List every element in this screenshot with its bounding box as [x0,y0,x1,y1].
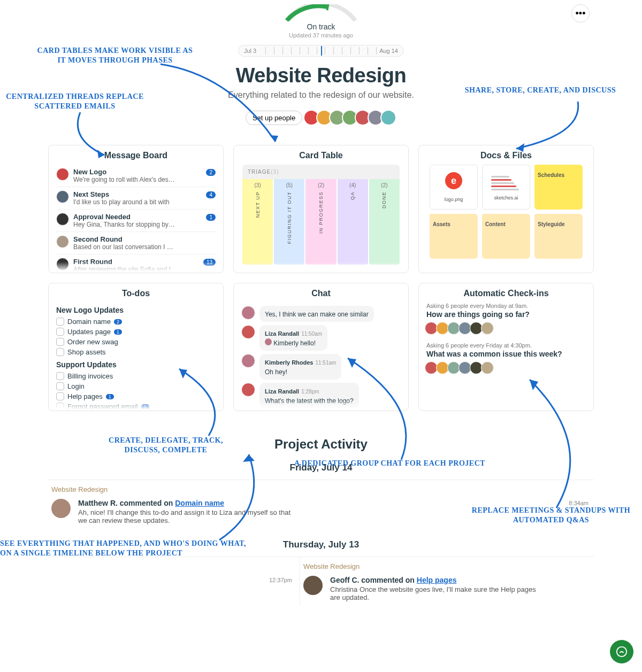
file-tile[interactable]: Schedules [534,165,583,210]
kanban-column[interactable]: (5)FIGURING IT OUT [274,179,304,265]
checkbox[interactable] [56,392,64,400]
column-count: (2) [371,182,398,188]
todo-text: Order new swag [67,338,118,346]
chat-message[interactable]: Kimberly Rhodes11:51am Oh hey! [241,354,401,380]
activity-title: Project Activity [48,437,594,452]
todo-item[interactable]: Billing invoices [56,371,216,381]
avatar [51,499,71,518]
kanban-column[interactable]: (2)DONE [369,179,400,265]
file-tile[interactable]: Assets [430,214,478,259]
todo-item[interactable]: Order new swag [56,337,216,347]
checkin-item[interactable]: Asking 6 people every Monday at 9am.How … [426,303,586,335]
triage-row: TRIAGE(3) [242,165,400,179]
message-title: Second Round [73,235,175,243]
chat-message[interactable]: Liza Randall1:28pm What's the latest wit… [241,383,401,408]
checkin-avatars [426,322,586,335]
message-item[interactable]: New LogoWe're going to roll with Alex's … [56,165,216,187]
column-label: QA [350,191,355,200]
message-item[interactable]: Second RoundBased on our last conversati… [56,232,216,254]
avatar [56,258,69,271]
folder-label: Schedules [538,172,564,178]
todo-item[interactable]: Domain name2 [56,316,216,327]
file-tile[interactable]: Styleguide [534,214,583,259]
activity-time: 8:34am [569,500,588,506]
checkin-question: What was a common issue this week? [426,350,586,358]
status-gauge[interactable] [268,4,374,21]
card-table-card[interactable]: Card Table TRIAGE(3) (3)NEXT UP(5)FIGURI… [233,145,409,273]
project-header: ••• On track Updated 37 minutes ago Jul … [48,0,594,126]
checkin-item[interactable]: Asking 6 people every Friday at 4:30pm.W… [426,342,586,374]
activity-link[interactable]: Domain name [175,499,224,507]
avatar [56,213,69,226]
todos-card[interactable]: To-dos New Logo UpdatesDomain name2Updat… [48,283,224,411]
message-title: First Round [73,258,171,266]
activity-body-text: Christina Once the website goes live, I'… [330,585,544,601]
count-badge: 13 [203,259,216,266]
message-item[interactable]: Approval NeededHey Gina, Thanks for stop… [56,210,216,232]
file-tile[interactable]: elogo.png [430,165,478,210]
kanban-column[interactable]: (4)QA [338,179,368,265]
file-label: sketches.ai [494,195,518,200]
activity-headline: Geoff C. commented on Help pages [330,576,544,584]
avatar[interactable] [380,110,396,126]
setup-people-button[interactable]: Set up people [246,111,302,125]
card-title: Card Table [234,145,408,165]
count-badge: 1 [141,404,149,410]
card-title: Message Board [49,145,223,165]
checkbox[interactable] [56,403,64,410]
kanban-column[interactable]: (3)NEXT UP [242,179,273,265]
todo-text: Forgot password email [67,403,138,410]
count-badge: 1 [114,329,122,335]
activity-link[interactable]: Help pages [417,576,457,584]
todo-item[interactable]: Help pages1 [56,391,216,401]
checkins-card[interactable]: Automatic Check-ins Asking 6 people ever… [418,283,594,411]
count-badge: 2 [206,169,216,176]
message-item[interactable]: First RoundAfter reviewing the site Sofi… [56,254,216,272]
column-count: (3) [244,182,271,188]
more-options-button[interactable]: ••• [571,4,590,22]
kanban-column[interactable]: (2)IN PROGRESS [305,179,336,265]
message-snippet: Hey Gina, Thanks for stopping by the [73,221,175,228]
activity-date: Thursday, July 13 [48,539,594,550]
chat-card[interactable]: Chat Yes, I think we can make one simila… [233,283,409,411]
count-badge: 4 [206,191,216,198]
checkbox[interactable] [56,328,64,336]
card-title: Automatic Check-ins [419,283,593,303]
todo-section-title[interactable]: Support Updates [56,360,216,369]
todo-item[interactable]: Shop assets [56,347,216,357]
avatar [241,306,255,320]
activity-item[interactable]: 8:34amMatthew R. commented on Domain nam… [48,495,594,529]
activity-item[interactable]: 12:37pmGeoff C. commented on Help pagesC… [300,571,594,606]
checkbox[interactable] [56,318,64,326]
chat-message[interactable]: Liza Randall11:50am Kimberly hello! [241,325,401,351]
todo-section-title[interactable]: New Logo Updates [56,306,216,314]
todo-item[interactable]: Updates page1 [56,327,216,337]
message-snippet: I'd like us to play around a bit with [73,198,170,206]
message-item[interactable]: Next StepsI'd like us to play around a b… [56,187,216,210]
checkbox[interactable] [56,372,64,380]
status-updated: Updated 37 minutes ago [48,32,594,38]
chat-message[interactable]: Yes, I think we can make one similar [241,306,401,322]
avatar [241,354,255,368]
todo-item[interactable]: Forgot password email1 [56,401,216,410]
docs-files-card[interactable]: Docs & Files elogo.pngsketches.aiSchedul… [418,145,594,273]
chat-text: What's the latest with the logo? [265,397,354,405]
checkbox[interactable] [56,382,64,390]
folder-label: Content [485,221,506,227]
folder-label: Styleguide [538,221,565,227]
column-label: DONE [381,191,387,208]
message-snippet: After reviewing the site Sofia and I [73,266,171,272]
column-count: (4) [340,182,366,188]
column-label: NEXT UP [255,191,261,218]
timeline-bar[interactable]: Jul 3 Aug 14 [238,45,404,57]
chat-text: Oh hey! [265,368,287,376]
file-tile[interactable]: Content [482,214,530,259]
status-label: On track [48,22,594,31]
checkbox[interactable] [56,348,64,356]
file-tile[interactable]: sketches.ai [482,165,530,210]
people-avatars[interactable] [307,110,396,126]
todo-item[interactable]: Login [56,381,216,391]
checkbox[interactable] [56,338,64,346]
message-board-card[interactable]: Message Board New LogoWe're going to rol… [48,145,224,273]
message-title: New Logo [73,168,175,176]
